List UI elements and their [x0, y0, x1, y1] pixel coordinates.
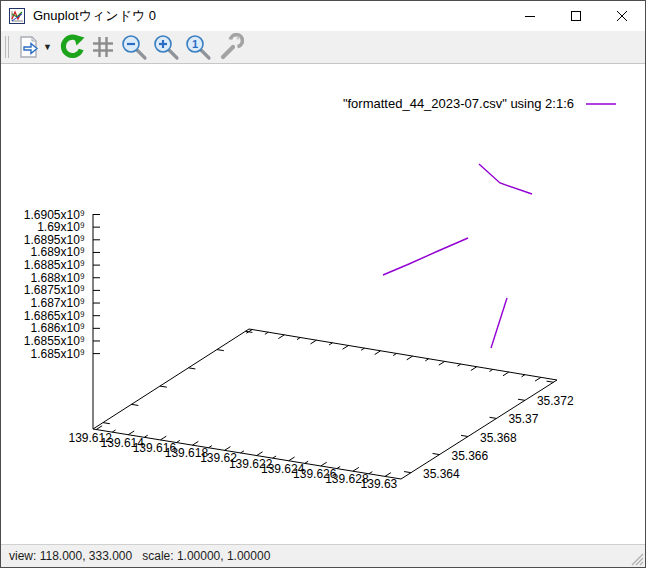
x-tick — [353, 467, 359, 471]
x-minor-tick — [112, 430, 115, 432]
gnuplot-window: Gnuplotウィンドウ 0 — [0, 0, 646, 568]
z-tick-label: 1.685x10⁹ — [30, 347, 85, 361]
window-controls — [507, 1, 645, 31]
x-tick-mirror — [503, 372, 509, 376]
close-button[interactable] — [599, 1, 645, 31]
toggle-grid-button[interactable] — [88, 33, 118, 61]
z-tick-label: 1.689x10⁹ — [30, 245, 85, 259]
z-tick-label: 1.6875x10⁹ — [24, 283, 85, 297]
y-tick — [433, 453, 440, 454]
x-minor-tick — [337, 466, 340, 468]
base-edge-front-right — [401, 380, 557, 479]
z-tick-label: 1.6895x10⁹ — [24, 233, 85, 247]
series-line — [479, 164, 532, 194]
y-tick-label: 35.366 — [451, 449, 488, 463]
y-tick-label: 35.364 — [423, 467, 460, 481]
x-minor-tick — [241, 451, 244, 453]
x-minor-tick — [144, 435, 147, 437]
x-tick-mirror — [535, 377, 541, 381]
window-title: Gnuplotウィンドウ 0 — [33, 7, 156, 25]
legend-label: "formatted_44_2023-07.csv" using 2:1:6 — [343, 96, 574, 111]
maximize-icon — [570, 10, 582, 22]
status-text: view: 118.000, 333.000 scale: 1.00000, 1… — [9, 549, 270, 563]
z-tick-label: 1.69x10⁹ — [37, 220, 85, 234]
z-tick-label: 1.688x10⁹ — [30, 271, 85, 285]
x-tick — [225, 447, 231, 451]
series-line — [383, 238, 468, 275]
maximize-button[interactable] — [553, 1, 599, 31]
svg-text:1: 1 — [192, 38, 198, 50]
x-minor-tick-mirror — [265, 332, 268, 334]
wrench-icon — [216, 33, 244, 61]
x-minor-tick-mirror — [329, 343, 332, 345]
toolbar: ▼ — [1, 31, 645, 64]
green-circular-arrow-icon — [58, 33, 86, 61]
y-tick-label: 35.368 — [480, 431, 517, 445]
y-tick-mirror — [245, 331, 252, 332]
gnuplot-app-icon — [9, 8, 25, 24]
z-tick-label: 1.687x10⁹ — [30, 296, 85, 310]
minimize-button[interactable] — [507, 1, 553, 31]
replot-button[interactable] — [56, 33, 88, 61]
x-tick-mirror — [375, 351, 381, 355]
x-minor-tick-mirror — [522, 375, 525, 377]
close-icon — [616, 10, 628, 22]
y-tick-label: 35.372 — [537, 394, 574, 408]
x-minor-tick — [305, 461, 308, 463]
z-tick-label: 1.6855x10⁹ — [24, 334, 85, 348]
x-minor-tick — [273, 456, 276, 458]
z-tick-label: 1.6865x10⁹ — [24, 309, 85, 323]
magnifier-plus-icon — [152, 33, 180, 61]
dropdown-caret-icon: ▼ — [43, 42, 52, 52]
y-tick — [404, 472, 411, 473]
x-minor-tick-mirror — [425, 359, 428, 361]
resize-grip-icon[interactable] — [628, 550, 644, 566]
y-tick-mirror — [103, 423, 110, 424]
y-tick — [547, 381, 554, 382]
x-minor-tick-mirror — [457, 364, 460, 366]
x-tick — [257, 452, 263, 456]
magnifier-minus-icon — [120, 33, 148, 61]
y-tick — [490, 417, 497, 418]
x-tick — [128, 431, 134, 435]
x-tick-mirror — [439, 361, 445, 365]
series-line — [491, 298, 507, 348]
z-tick-label: 1.6905x10⁹ — [24, 208, 85, 222]
title-bar[interactable]: Gnuplotウィンドウ 0 — [1, 1, 645, 31]
zoom-in-button[interactable] — [150, 33, 182, 61]
grid-icon — [90, 34, 116, 60]
status-bar: view: 118.000, 333.000 scale: 1.00000, 1… — [1, 544, 645, 567]
x-tick — [192, 441, 198, 445]
copy-to-clipboard-button[interactable]: ▼ — [14, 33, 56, 61]
x-minor-tick-mirror — [361, 348, 364, 350]
x-minor-tick — [209, 446, 212, 448]
x-tick-mirror — [310, 340, 316, 344]
toolbar-gripper[interactable] — [5, 36, 9, 58]
document-arrow-icon — [16, 34, 42, 60]
x-minor-tick-mirror — [393, 353, 396, 355]
zoom-out-button[interactable] — [118, 33, 150, 61]
plot-area: "formatted_44_2023-07.csv" using 2:1:6 1… — [1, 64, 645, 544]
y-tick-label: 35.37 — [508, 412, 538, 426]
minimize-icon — [524, 10, 536, 22]
x-tick-mirror — [278, 335, 284, 339]
x-tick — [160, 436, 166, 440]
plot-canvas[interactable]: "formatted_44_2023-07.csv" using 2:1:6 1… — [1, 64, 645, 546]
x-tick-mirror — [407, 356, 413, 360]
base-edge-back-right — [249, 329, 557, 380]
x-minor-tick-mirror — [489, 369, 492, 371]
y-tick — [461, 435, 468, 436]
x-tick-mirror — [471, 367, 477, 371]
zoom-reset-button[interactable]: 1 — [182, 33, 214, 61]
options-button[interactable] — [214, 33, 246, 61]
y-tick-mirror — [188, 368, 195, 369]
y-tick — [518, 399, 525, 400]
x-tick — [289, 457, 295, 461]
x-tick — [321, 462, 327, 466]
y-tick-mirror — [160, 386, 167, 387]
z-tick-label: 1.6885x10⁹ — [24, 258, 85, 272]
x-minor-tick — [176, 440, 179, 442]
y-tick-mirror — [217, 350, 224, 351]
z-tick-label: 1.686x10⁹ — [30, 321, 85, 335]
base-edge-back-left — [93, 329, 249, 429]
